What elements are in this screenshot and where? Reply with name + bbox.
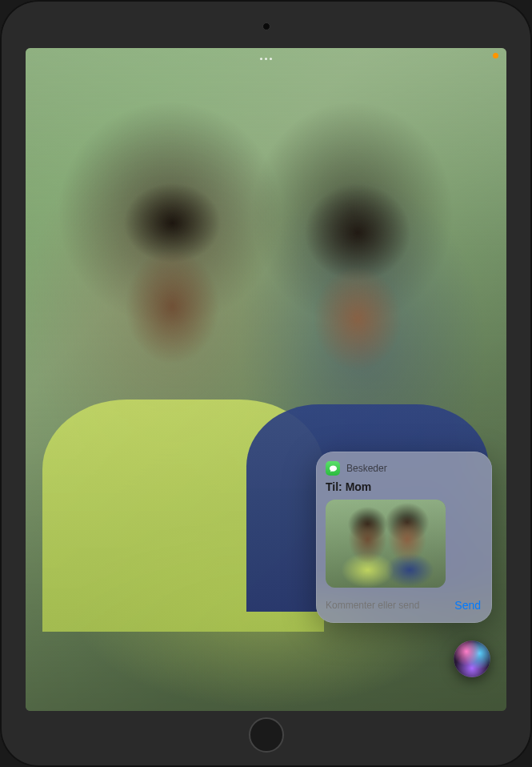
front-camera xyxy=(262,22,270,30)
recipient-name: Mom xyxy=(346,480,372,493)
send-button[interactable]: Send xyxy=(453,596,482,615)
status-bar xyxy=(26,51,506,67)
home-button[interactable] xyxy=(249,717,284,753)
messages-app-icon xyxy=(326,461,340,476)
screen: Beskeder Til: Mom Send xyxy=(26,48,506,711)
app-name-label: Beskeder xyxy=(346,463,387,474)
card-footer: Send xyxy=(326,596,482,615)
multitasking-dots-icon[interactable] xyxy=(259,58,274,61)
siri-messages-card[interactable]: Beskeder Til: Mom Send xyxy=(316,452,492,623)
ipad-device-frame: Beskeder Til: Mom Send xyxy=(0,0,532,767)
recipient-prefix: Til: xyxy=(326,480,342,493)
privacy-indicator-icon xyxy=(493,53,498,58)
recipient-line: Til: Mom xyxy=(326,480,482,493)
comment-input[interactable] xyxy=(326,596,446,614)
attachment-thumbnail[interactable] xyxy=(326,500,446,588)
siri-orb-icon[interactable] xyxy=(454,641,490,677)
card-header: Beskeder xyxy=(326,461,482,476)
